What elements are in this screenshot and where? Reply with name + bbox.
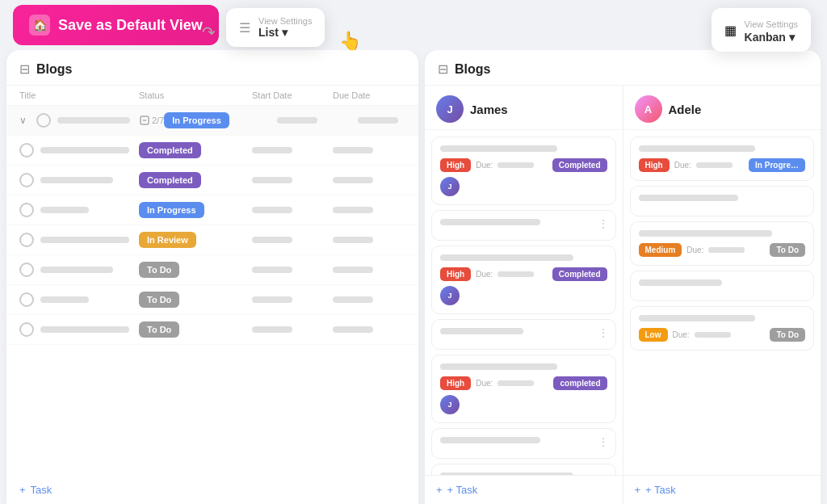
due-label: Due: (476, 161, 493, 170)
due-label: Due: (476, 270, 493, 279)
status-badge: Completed (139, 172, 201, 188)
row-circle (19, 292, 34, 307)
save-default-button[interactable]: 🏠 Save as Default View (13, 5, 219, 45)
row-bar (40, 326, 129, 333)
kanban-card: Low Due: To Do (630, 306, 815, 351)
priority-badge-high: High (440, 376, 471, 390)
kanban-card: High Due: Completed J (431, 246, 616, 314)
col-title: Title (19, 90, 139, 100)
kanban-panel-header: ⊟ Blogs (425, 50, 821, 86)
card-top-bar (639, 145, 756, 152)
plus-icon: + (19, 484, 26, 496)
top-bar: 🏠 Save as Default View ↷ ☰ View Settings… (0, 0, 827, 50)
row-bar (40, 267, 113, 273)
card-top-bar (639, 315, 756, 321)
row-circle (19, 322, 34, 337)
card-meta: High Due: Completed J (440, 267, 607, 305)
row-circle (19, 173, 34, 187)
due-bar (497, 271, 534, 277)
card-status-completed: completed (553, 376, 607, 390)
row-bar (40, 207, 89, 213)
kanban-add-task-adele[interactable]: + + Task (623, 475, 821, 504)
card-meta: High Due: completed J (440, 376, 607, 414)
date-bar (358, 117, 398, 124)
plus-icon: + (635, 484, 641, 496)
kanban-panel: ⊟ Blogs J James High Due: (425, 50, 821, 504)
card-status-todo: To Do (770, 243, 805, 257)
priority-badge-low: Low (639, 328, 668, 342)
card-top-bar (639, 195, 739, 201)
view-settings-kanban-popup[interactable]: ▦ View Settings Kanban ▾ (712, 8, 811, 52)
avatar-james: J (436, 95, 464, 123)
arrow-indicator: ↷ (202, 23, 216, 42)
three-dots-icon[interactable]: ⋮ (598, 217, 609, 230)
card-top-bar (639, 279, 722, 286)
table-row: To Do (6, 255, 418, 285)
cursor-hand-icon: 👆 (339, 31, 361, 52)
add-task-label: + Task (645, 484, 676, 496)
due-bar (497, 162, 534, 168)
priority-badge-high: High (440, 267, 471, 281)
card-avatar-james: J (440, 395, 460, 414)
kanban-card: ⋮ (431, 210, 616, 241)
save-default-label: Save as Default View (58, 17, 203, 34)
list-panel-title: Blogs (36, 62, 72, 77)
main-content: ⊟ Blogs Title Status Start Date Due Date… (0, 50, 827, 504)
kanban-card: ⋮ (431, 428, 616, 459)
card-top-bar (440, 219, 540, 225)
list-view-icon: ☰ (239, 20, 250, 36)
three-dots-icon[interactable]: ⋮ (598, 326, 609, 339)
card-avatar-james: J (440, 177, 460, 196)
card-meta: High Due: Completed J (440, 158, 607, 196)
col-name-adele: Adele (669, 103, 702, 116)
status-badge-in-progress: In Progress (164, 112, 229, 128)
priority-badge-high: High (440, 158, 471, 172)
group-chevron-icon[interactable]: ∨ (19, 115, 27, 126)
list-panel-header: ⊟ Blogs (6, 50, 418, 86)
chevron-down-icon: ▾ (282, 26, 288, 39)
view-settings-list-type: List ▾ (258, 26, 312, 39)
kanban-card: High Due: In Progre… (630, 136, 815, 181)
row-title-group: ∨ 2/7 (19, 113, 164, 128)
view-settings-kanban-title: View Settings (745, 19, 798, 29)
table-header: Title Status Start Date Due Date (6, 86, 418, 106)
row-bar (40, 296, 89, 303)
due-label: Due: (476, 379, 493, 388)
card-status-completed: Completed (552, 267, 607, 281)
due-bar (695, 332, 731, 338)
kanban-add-task-james[interactable]: + + Task (425, 475, 623, 504)
view-settings-list-text: View Settings List ▾ (258, 16, 312, 39)
table-row: In Review (6, 225, 418, 255)
add-task-label: Task (31, 484, 52, 496)
list-add-task-button[interactable]: + Task (6, 476, 418, 504)
kanban-cards-james: High Due: Completed J ⋮ (425, 130, 623, 475)
add-task-label: + Task (447, 484, 478, 496)
status-badge: In Progress (139, 202, 204, 218)
row-circle (36, 113, 51, 128)
three-dots-icon[interactable]: ⋮ (598, 435, 609, 448)
kanban-cards-adele: High Due: In Progre… Medi (623, 130, 821, 475)
card-status-completed: Completed (552, 158, 607, 172)
kanban-card: Low Due: To Do J (431, 464, 616, 475)
due-bar (497, 380, 534, 386)
card-status-in-progress: In Progre… (749, 158, 805, 172)
table-row: Completed (6, 166, 418, 195)
kanban-card (630, 271, 815, 301)
view-settings-kanban-type: Kanban ▾ (745, 31, 798, 44)
date-bar (277, 117, 317, 124)
view-settings-kanban-text: View Settings Kanban ▾ (745, 16, 798, 44)
kanban-panel-icon: ⊟ (438, 61, 448, 77)
table-row: Completed (6, 136, 418, 166)
status-badge: Completed (139, 142, 201, 158)
kanban-card: ⋮ (431, 319, 616, 350)
view-settings-list-popup[interactable]: ☰ View Settings List ▾ (226, 8, 325, 47)
kanban-col-header-james: J James (425, 86, 623, 130)
list-panel-icon: ⊟ (19, 61, 30, 77)
kanban-chevron-icon: ▾ (789, 31, 795, 44)
card-top-bar (440, 328, 523, 334)
card-top-bar (440, 437, 540, 443)
kanban-card: High Due: Completed J (431, 136, 616, 205)
view-settings-list-title: View Settings (258, 16, 312, 26)
kanban-body: J James High Due: Completed J (425, 86, 821, 504)
card-top-bar (440, 363, 557, 370)
